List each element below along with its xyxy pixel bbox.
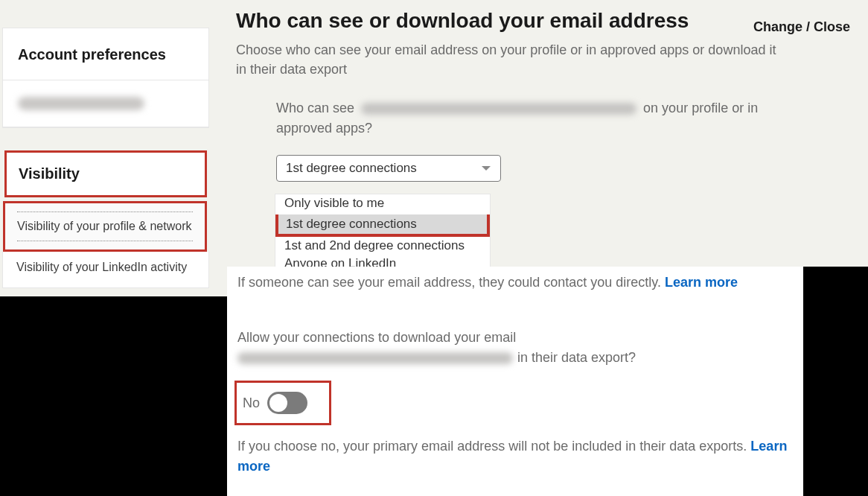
sidebar-section-account-preferences[interactable]: Account preferences [3, 28, 208, 80]
allow-download-prefix: Allow your connections to download your … [237, 328, 788, 348]
settings-sidebar: Account preferences Visibility Visibilit… [0, 0, 227, 296]
chevron-down-icon [481, 163, 491, 174]
email-blurred-2 [237, 352, 513, 364]
select-value: 1st degree connections [286, 161, 417, 176]
sidebar-item-visibility-activity[interactable]: Visibility of your LinkedIn activity [2, 252, 209, 288]
download-toggle[interactable] [267, 392, 307, 414]
page-title: Who can see or download your email addre… [236, 9, 689, 33]
allow-download-text: Allow your connections to download your … [237, 328, 788, 368]
toggle-label: No [243, 395, 260, 411]
main-header-area: Who can see or download your email addre… [227, 0, 868, 267]
download-toggle-group: No [234, 381, 331, 425]
change-close-link[interactable]: Change / Close [753, 19, 850, 35]
allow-download-suffix: in their data export? [517, 350, 636, 365]
email-blurred [361, 103, 636, 115]
who-can-see-prefix: Who can see [276, 101, 354, 115]
dropdown-option-first-degree[interactable]: 1st degree connections [275, 214, 490, 237]
visibility-dropdown: Only visible to me 1st degree connection… [275, 194, 491, 273]
page-subtitle: Choose who can see your email address on… [236, 40, 781, 79]
main-body-area: If someone can see your email address, t… [227, 267, 803, 496]
contact-info-text: If someone can see your email address, t… [237, 273, 788, 293]
contact-info-text-body: If someone can see your email address, t… [237, 275, 665, 290]
sidebar-section-signin-security[interactable] [3, 80, 208, 127]
who-can-see-line: Who can see on your profile or in approv… [276, 98, 812, 139]
sidebar-item-visibility-profile-network[interactable]: Visibility of your profile & network [3, 201, 207, 252]
blurred-text [18, 97, 144, 110]
learn-more-link-1[interactable]: Learn more [665, 275, 738, 290]
export-info-text: If you choose no, your primary email add… [237, 436, 788, 477]
dropdown-option-first-second-degree[interactable]: 1st and 2nd degree connections [275, 237, 490, 255]
toggle-knob [269, 394, 287, 412]
sidebar-section-visibility[interactable]: Visibility [4, 150, 207, 197]
visibility-select[interactable]: 1st degree connections [276, 155, 501, 182]
export-info-text-body: If you choose no, your primary email add… [237, 439, 750, 454]
sidebar-card: Account preferences [2, 28, 209, 128]
sidebar-item-label: Visibility of your profile & network [17, 212, 193, 241]
dropdown-option-only-me[interactable]: Only visible to me [275, 194, 490, 214]
